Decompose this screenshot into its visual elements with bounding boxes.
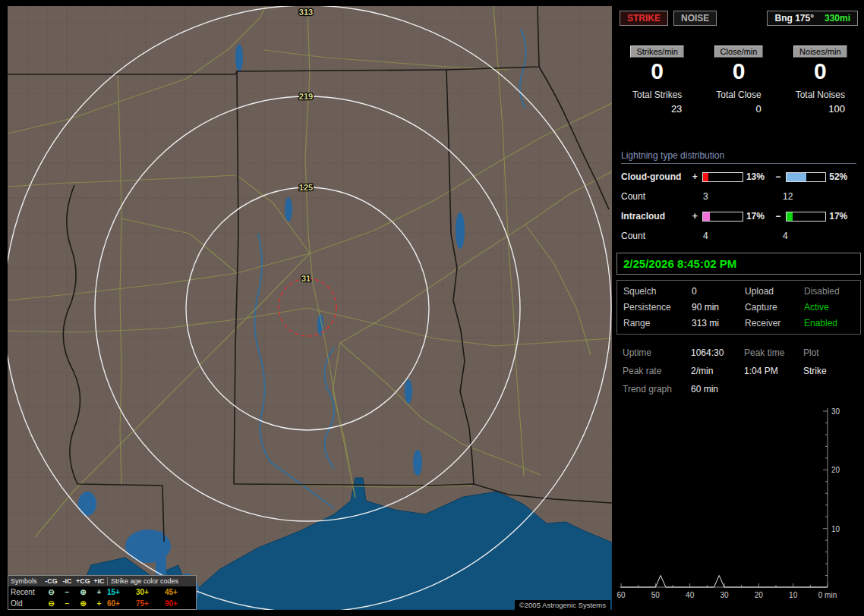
neg-ic-symbol: − xyxy=(59,599,75,608)
svg-text:50: 50 xyxy=(651,591,661,599)
neg-cg-symbol: ⊖ xyxy=(43,599,59,608)
noises-counter: Noises/min 0 Total Noises 100 xyxy=(780,46,861,115)
count-label: Count xyxy=(621,191,703,202)
pos-cg-symbol: ⊕ xyxy=(75,588,91,596)
capture-label: Capture xyxy=(745,302,804,313)
peak-time-value: 1:04 PM xyxy=(744,366,803,376)
map-graphic: 313 219 125 31 xyxy=(8,6,612,610)
svg-text:60: 60 xyxy=(616,591,626,599)
ic-positive-count: 4 xyxy=(703,231,783,241)
bearing-range-value: 330mi xyxy=(825,13,850,24)
ic-positive-bar-fill xyxy=(703,212,710,221)
noise-toggle-button[interactable]: NOISE xyxy=(673,11,717,26)
range-value: 313 mi xyxy=(692,318,745,328)
mode-toolbar: STRIKE NOISE Bng 175° 330mi xyxy=(620,11,858,26)
svg-text:30: 30 xyxy=(831,407,840,416)
rate-counters: Strikes/min 0 Total Strikes 23 Close/min… xyxy=(616,46,861,115)
intracloud-label: Intracloud xyxy=(621,211,690,222)
cg-positive-bar xyxy=(702,172,743,182)
capture-status: Active xyxy=(804,302,860,313)
plot-value: Strike xyxy=(803,366,861,376)
close-counter: Close/min 0 Total Close 0 xyxy=(698,46,779,115)
cg-positive-count: 3 xyxy=(703,191,783,202)
trend-graph: 1020306050403020100 min xyxy=(616,405,861,610)
strike-toggle-button[interactable]: STRIKE xyxy=(620,11,668,26)
bearing-value: Bng 175° xyxy=(774,13,813,24)
ic-positive-percent: 17% xyxy=(746,211,774,222)
cloud-ground-row: Cloud-ground + 13% − 52% xyxy=(621,167,856,187)
squelch-label: Squelch xyxy=(623,286,692,297)
legend-col-pos-cg: +CG xyxy=(75,577,91,585)
total-noises-value: 100 xyxy=(796,103,845,115)
legend-old-row: Old ⊖ − ⊕ + 60+ 75+ 90+ xyxy=(8,598,196,609)
total-strikes-value: 23 xyxy=(632,103,682,115)
total-close-label: Total Close xyxy=(716,90,761,100)
peak-rate-label: Peak rate xyxy=(623,366,691,376)
plot-label: Plot xyxy=(803,347,861,358)
stats-grid: Uptime 1064:30 Peak time Plot Peak rate … xyxy=(616,347,861,394)
svg-text:0 min: 0 min xyxy=(818,591,837,599)
neg-ic-symbol: − xyxy=(59,588,75,596)
copyright-text: ©2005 Astrogenic Systems xyxy=(515,600,610,610)
age-code-45: 45+ xyxy=(165,588,195,596)
peak-time-label: Peak time xyxy=(744,347,803,358)
legend-col-neg-cg: -CG xyxy=(43,577,59,585)
persistence-value: 90 min xyxy=(692,302,745,313)
cg-negative-count: 12 xyxy=(783,191,793,202)
datetime-display: 2/25/2026 8:45:02 PM xyxy=(616,253,861,275)
svg-text:10: 10 xyxy=(831,525,840,533)
range-ring-label: 125 xyxy=(299,183,313,192)
cg-negative-percent: 52% xyxy=(829,171,856,182)
cloud-ground-label: Cloud-ground xyxy=(621,171,690,182)
ic-negative-bar-fill xyxy=(787,212,793,221)
legend-col-pos-ic: +IC xyxy=(91,577,107,585)
trend-graph-window: 60 min xyxy=(691,384,744,394)
close-per-min-value: 0 xyxy=(698,59,779,83)
total-close-value: 0 xyxy=(716,103,761,115)
noises-per-min-value: 0 xyxy=(780,59,861,83)
total-strikes-label: Total Strikes xyxy=(632,90,682,100)
legend-recent-label: Recent xyxy=(8,588,43,596)
datetime-value: 2/25/2026 8:45:02 PM xyxy=(623,257,736,270)
receiver-status: Squelch 0 Upload Disabled Persistence 90… xyxy=(616,280,861,335)
cloud-ground-count-row: Count 3 12 xyxy=(621,187,856,206)
ic-negative-percent: 17% xyxy=(829,211,856,222)
status-grid: Squelch 0 Upload Disabled Persistence 90… xyxy=(617,286,860,328)
count-label: Count xyxy=(621,231,703,241)
total-noises: Total Noises 100 xyxy=(796,90,845,115)
intracloud-count-row: Count 4 4 xyxy=(621,226,856,246)
intracloud-row: Intracloud + 17% − 17% xyxy=(621,206,856,226)
trend-graph-label: Trend graph xyxy=(623,384,691,394)
total-noises-label: Total Noises xyxy=(796,90,845,100)
strikes-per-min-value: 0 xyxy=(616,59,698,83)
range-ring-label: 313 xyxy=(299,8,313,17)
ic-negative-bar xyxy=(786,212,827,222)
cg-positive-bar-fill xyxy=(703,173,708,181)
plus-sign: + xyxy=(690,171,699,182)
cg-negative-bar xyxy=(786,172,827,182)
map-legend: Symbols -CG -IC +CG +IC Strike age color… xyxy=(8,575,197,610)
strikes-counter: Strikes/min 0 Total Strikes 23 xyxy=(616,46,698,115)
receiver-label: Receiver xyxy=(745,318,804,328)
range-ring-label: 31 xyxy=(301,274,311,283)
total-strikes: Total Strikes 23 xyxy=(632,90,682,115)
persistence-label: Persistence xyxy=(623,302,692,313)
distribution-title: Lightning type distribution xyxy=(621,150,856,164)
pos-ic-symbol: + xyxy=(91,599,107,608)
minus-sign: − xyxy=(774,171,783,182)
svg-text:30: 30 xyxy=(720,591,729,599)
uptime-value: 1064:30 xyxy=(691,347,744,358)
upload-label: Upload xyxy=(745,286,804,297)
peak-rate-value: 2/min xyxy=(691,366,744,376)
neg-cg-symbol: ⊖ xyxy=(43,588,59,596)
receiver-status-value: Enabled xyxy=(804,318,860,328)
plus-sign: + xyxy=(690,211,699,222)
age-code-90: 90+ xyxy=(165,599,195,608)
range-ring-label: 219 xyxy=(299,92,313,101)
ic-negative-count: 4 xyxy=(783,231,788,241)
noises-per-min-label: Noises/min xyxy=(793,46,847,58)
upload-status: Disabled xyxy=(804,286,860,297)
bearing-readout: Bng 175° 330mi xyxy=(767,11,858,26)
legend-symbols-header: Symbols xyxy=(8,577,43,585)
legend-old-label: Old xyxy=(8,599,43,608)
